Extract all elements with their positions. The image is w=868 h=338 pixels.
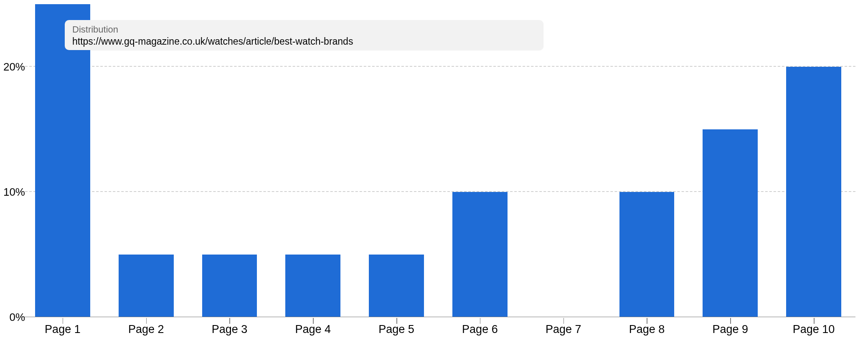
chart-container: 0%10%20% Page 1Page 2Page 3Page 4Page 5P… <box>0 0 868 338</box>
bar[interactable] <box>369 255 424 317</box>
bar[interactable] <box>202 255 257 317</box>
bar-slot <box>271 4 355 317</box>
bar[interactable] <box>703 129 758 317</box>
x-tick-label: Page 5 <box>355 323 438 336</box>
x-tick-label: Page 6 <box>438 323 522 336</box>
bar[interactable] <box>119 255 174 317</box>
y-tick-label: 10% <box>2 186 25 199</box>
bar-slot <box>188 4 272 317</box>
x-tick-label: Page 9 <box>688 323 772 336</box>
x-tick-label: Page 8 <box>605 323 689 336</box>
x-tick-label: Page 4 <box>271 323 355 336</box>
bar-slot <box>605 4 689 317</box>
plot-area: 0%10%20% <box>21 4 855 317</box>
y-tick-label: 0% <box>2 311 25 324</box>
bar[interactable] <box>35 4 90 317</box>
x-tick <box>730 318 731 324</box>
x-tick <box>480 318 481 324</box>
tooltip-value: https://www.gq-magazine.co.uk/watches/ar… <box>72 36 536 48</box>
x-tick <box>563 318 564 324</box>
x-axis-labels: Page 1Page 2Page 3Page 4Page 5Page 6Page… <box>21 323 855 336</box>
x-tick-label: Page 2 <box>104 323 188 336</box>
x-tick-label: Page 3 <box>188 323 272 336</box>
x-tick <box>229 318 230 324</box>
x-axis-line <box>21 317 855 317</box>
bar-slot <box>772 4 855 317</box>
bar-slot <box>104 4 188 317</box>
x-tick-label: Page 1 <box>21 323 104 336</box>
tooltip-title: Distribution <box>72 24 536 35</box>
bar[interactable] <box>786 67 841 317</box>
x-tick <box>63 318 63 324</box>
bar-slot <box>355 4 438 317</box>
bar-slot <box>438 4 522 317</box>
bar-slot <box>21 4 104 317</box>
tooltip: Distribution https://www.gq-magazine.co.… <box>65 20 543 50</box>
bar-slot <box>688 4 772 317</box>
x-tick <box>313 318 314 324</box>
bar-slot <box>522 4 605 317</box>
bars-group <box>21 4 855 317</box>
x-tick-label: Page 7 <box>522 323 605 336</box>
bar[interactable] <box>619 192 675 317</box>
bar[interactable] <box>285 255 340 317</box>
x-tick <box>814 318 815 324</box>
x-tick <box>647 318 647 324</box>
x-tick <box>146 318 147 324</box>
y-tick-label: 20% <box>2 61 25 73</box>
x-tick <box>396 318 397 324</box>
bar[interactable] <box>452 192 508 317</box>
x-tick-label: Page 10 <box>772 323 855 336</box>
